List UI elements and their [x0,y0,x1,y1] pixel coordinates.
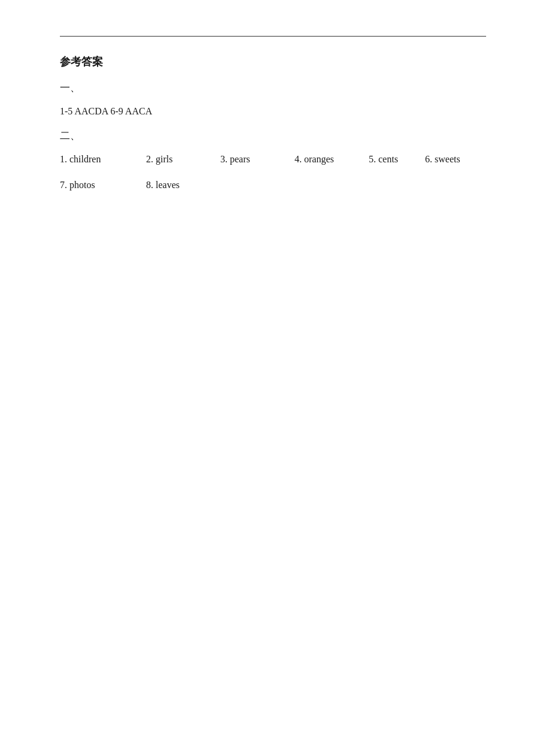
page: 参考答案 一、 1-5 AACDA 6-9 AACA 二、 1. childre… [0,0,534,756]
item-7: 7. photos [60,177,144,194]
item-8: 8. leaves [146,177,218,194]
section2-row2: 7. photos 8. leaves [60,177,486,194]
item-4: 4. oranges [295,151,366,168]
section2-row1: 1. children 2. girls 3. pears 4. oranges… [60,151,486,168]
item-2: 2. girls [146,151,218,168]
section1-answer: 1-5 AACDA 6-9 AACA [60,103,486,120]
section1-label: 一、 [60,81,486,95]
top-divider [60,36,486,37]
item-3: 3. pears [220,151,292,168]
item-6: 6. sweets [425,151,485,168]
item-1: 1. children [60,151,144,168]
item-5: 5. cents [369,151,423,168]
page-title: 参考答案 [60,55,486,69]
section2-label: 二、 [60,129,486,143]
